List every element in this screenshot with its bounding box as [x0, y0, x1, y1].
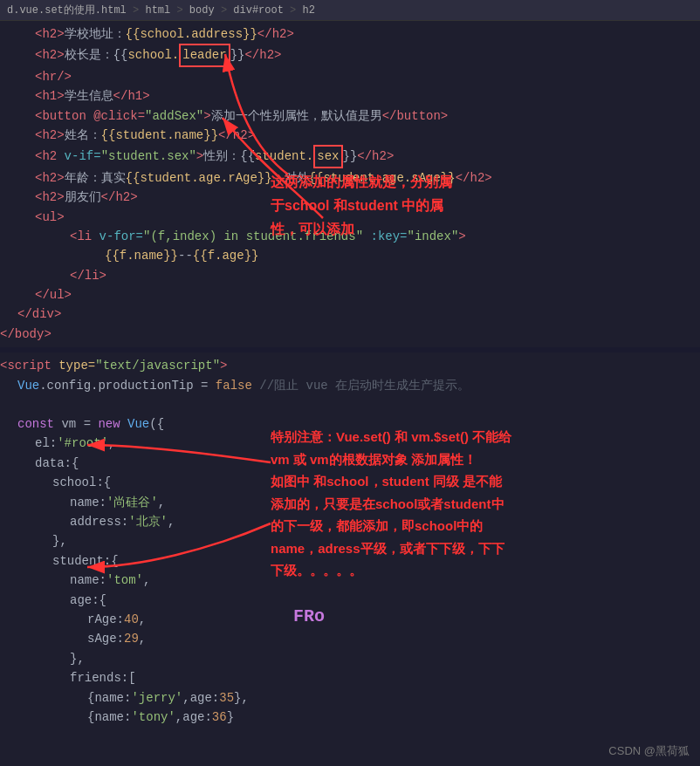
breadcrumb: d.vue.set的使用.html — [7, 4, 127, 17]
annotation-1: 这两添加的属性就是，分别属 于school 和student 中的属 性，可以添… — [271, 170, 452, 242]
code-line: sAge:29, — [0, 629, 700, 648]
code-line: <hr/> — [0, 67, 700, 86]
code-line: }, — [0, 649, 700, 668]
code-line: {name:'tony',age:36} — [0, 708, 700, 727]
code-line: </li> — [0, 266, 700, 285]
code-line: <h2>姓名：{{student.name}}</h2> — [0, 126, 700, 145]
code-line: friends:[ — [0, 668, 700, 687]
breadcrumb-sep: > — [133, 4, 145, 17]
breadcrumb-item: h2 — [303, 4, 315, 17]
annotation-2: 特别注意：Vue.set() 和 vm.$set() 不能给 vm 或 vm的根… — [271, 426, 511, 582]
code-line: <h2>校长是：{{school.leader}}</h2> — [0, 44, 700, 66]
code-line: </ul> — [0, 285, 700, 304]
fro-text: FRo — [293, 606, 325, 626]
breadcrumb-item: div#root — [233, 4, 284, 17]
code-line: age:{ — [0, 591, 700, 610]
code-line: </body> — [0, 325, 700, 344]
code-line: {name:'jerry',age:35}, — [0, 688, 700, 708]
code-line — [0, 395, 700, 414]
code-line: <h2 v-if="student.sex">性别：{{student.sex}… — [0, 145, 700, 168]
breadcrumb-item: body — [189, 4, 215, 17]
code-line: <button @click="addSex">添加一个性别属性，默认值是男</… — [0, 106, 700, 126]
watermark: CSDN @黑荷狐 — [608, 743, 690, 759]
code-line: Vue.config.productionTip = false //阻止 vu… — [0, 376, 700, 395]
code-line: </div> — [0, 304, 700, 324]
code-line: <h2>学校地址：{{school.address}}</h2> — [0, 24, 700, 44]
breadcrumb-item: html — [145, 4, 170, 17]
code-line: {{f.name}}--{{f.age}} — [0, 246, 700, 265]
code-line: <script type="text/javascript"> — [0, 356, 700, 375]
code-line: <h1>学生信息</h1> — [0, 86, 700, 106]
code-line: rAge:40, — [0, 610, 700, 629]
